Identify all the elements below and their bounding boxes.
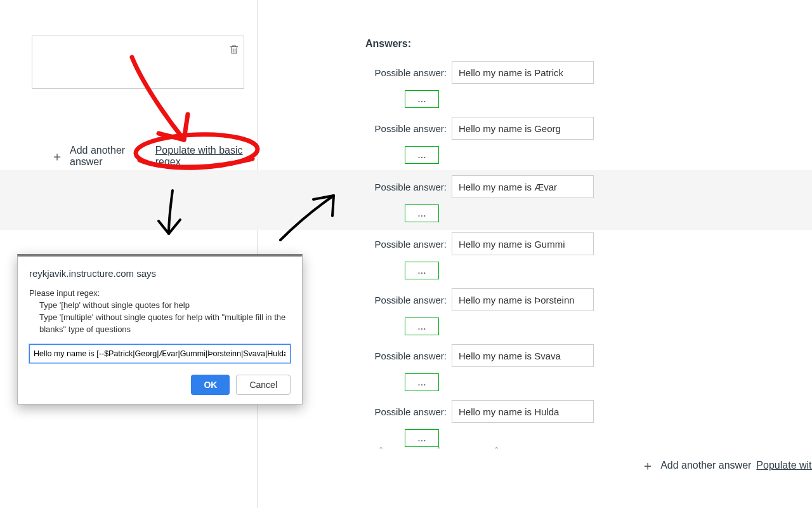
regex-input[interactable] <box>29 344 291 363</box>
empty-answer-box <box>32 36 244 89</box>
answer-options-button[interactable]: ... <box>405 429 439 447</box>
answer-label: Possible answer: <box>365 182 447 192</box>
answer-options-button[interactable]: ... <box>405 318 439 335</box>
answer-label: Possible answer: <box>365 239 447 250</box>
dialog-line: Type '[help' without single quotes for h… <box>39 300 291 312</box>
answer-label: Possible answer: <box>365 406 447 417</box>
answers-heading: Answers: <box>365 38 812 50</box>
answer-input[interactable] <box>452 288 594 311</box>
answer-row-hover: Possible answer: ... <box>0 170 812 230</box>
prompt-dialog: reykjavik.instructure.com says Please in… <box>17 254 303 404</box>
answer-input[interactable] <box>452 400 594 423</box>
answer-input[interactable] <box>452 344 594 367</box>
ok-button[interactable]: OK <box>191 375 230 395</box>
cancel-button[interactable]: Cancel <box>236 375 291 395</box>
trash-icon[interactable] <box>228 43 240 57</box>
dialog-line: Please input regex: <box>29 288 291 300</box>
populate-regex-link[interactable]: Populate with basic regex <box>155 145 258 168</box>
answer-options-button[interactable]: ... <box>405 204 439 222</box>
answer-options-button[interactable]: ... <box>405 146 439 164</box>
answer-input[interactable] <box>452 175 594 198</box>
answer-options-button[interactable]: ... <box>405 373 439 391</box>
answer-input[interactable] <box>452 232 594 255</box>
dialog-line: Type '[multiple' without single quotes f… <box>39 312 291 336</box>
add-answer-link[interactable]: Add another answer <box>70 145 150 168</box>
answer-label: Possible answer: <box>365 67 447 78</box>
answer-label: Possible answer: <box>365 351 447 361</box>
answers-section: Answers: Possible answer: ... Possible a… <box>365 38 812 453</box>
answer-input[interactable] <box>452 117 594 140</box>
answer-input[interactable] <box>452 61 594 84</box>
add-answer-link[interactable]: Add another answer <box>660 460 751 471</box>
drag-carets: ⌃⌃⌃ <box>378 446 499 454</box>
dialog-host: reykjavik.instructure.com says <box>29 268 291 279</box>
answer-label: Possible answer: <box>365 123 447 134</box>
answer-label: Possible answer: <box>365 295 447 305</box>
answer-options-button[interactable]: ... <box>405 262 439 279</box>
populate-regex-link[interactable]: Populate with basic r <box>756 460 812 471</box>
answer-options-button[interactable]: ... <box>405 90 439 108</box>
